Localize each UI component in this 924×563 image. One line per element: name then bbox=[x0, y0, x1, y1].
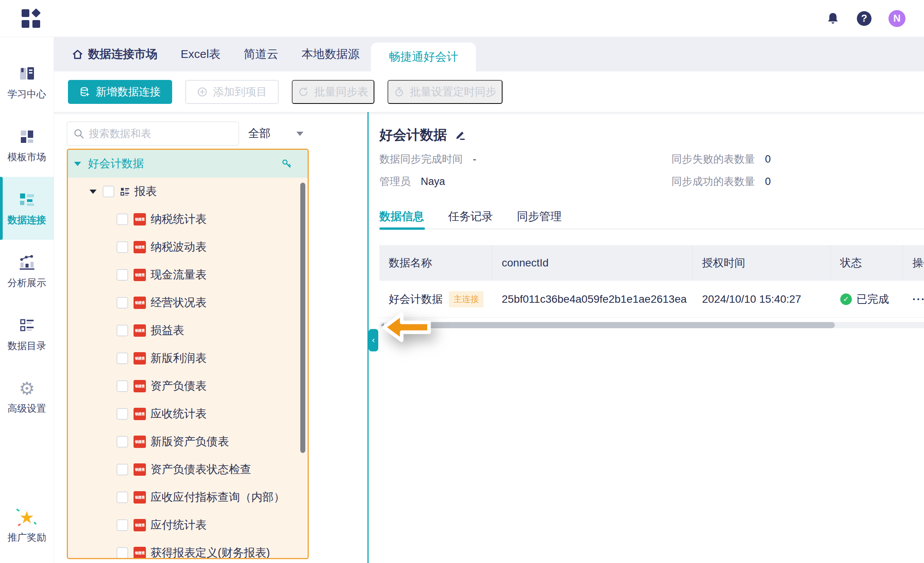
field-label: 管理员 bbox=[379, 175, 411, 188]
tree-item-label[interactable]: 资产负债表状态检查 bbox=[151, 462, 251, 477]
tab-task-records[interactable]: 任务记录 bbox=[448, 209, 493, 224]
auth-key-icon[interactable] bbox=[281, 158, 292, 170]
checkbox[interactable] bbox=[117, 464, 128, 475]
batch-schedule-sync-button[interactable]: 批量设置定时同步 bbox=[388, 80, 503, 104]
tree-item-row[interactable]: 畅捷通 资产负债表 bbox=[68, 372, 308, 400]
sidebar-item-analysis-display[interactable]: 分析展示 bbox=[0, 240, 54, 303]
tree-item-label[interactable]: 损益表 bbox=[151, 323, 184, 338]
collapse-triangle-icon[interactable] bbox=[90, 190, 96, 194]
tree-group-label[interactable]: 报表 bbox=[134, 184, 157, 199]
collapse-triangle-icon[interactable] bbox=[74, 162, 81, 166]
tree-scrollbar-thumb[interactable] bbox=[300, 183, 305, 453]
notification-bell-icon[interactable] bbox=[826, 12, 840, 25]
subtab-divider bbox=[379, 229, 924, 229]
checkbox[interactable] bbox=[117, 325, 128, 336]
cell-connect-id: 25bf011c36be4a059fe2b1e1ae2613ea bbox=[492, 281, 693, 317]
sidebar-item-learning-center[interactable]: 学习中心 bbox=[0, 51, 54, 114]
checkbox[interactable] bbox=[117, 241, 128, 253]
batch-sync-tables-button[interactable]: 批量同步表 bbox=[292, 80, 374, 104]
topbar: ? N bbox=[0, 0, 924, 37]
checkbox[interactable] bbox=[117, 269, 128, 281]
tab-sync-management[interactable]: 同步管理 bbox=[517, 209, 562, 224]
tree-item-row[interactable]: 畅捷通 应付统计表 bbox=[68, 511, 308, 539]
tree-item-row[interactable]: 畅捷通 新版资产负债表 bbox=[68, 428, 308, 456]
collapse-panel-handle[interactable]: ‹ bbox=[369, 329, 378, 351]
avatar[interactable]: N bbox=[888, 10, 905, 27]
tree-item-label[interactable]: 新版资产负债表 bbox=[151, 434, 229, 449]
checkbox[interactable] bbox=[117, 519, 128, 531]
tab-local-datasource[interactable]: 本地数据源 bbox=[290, 37, 371, 71]
column-header: 授权时间 bbox=[693, 245, 831, 281]
chanjet-logo-icon: 畅捷通 bbox=[134, 241, 146, 253]
checkbox[interactable] bbox=[117, 353, 128, 364]
template-grid-icon bbox=[18, 127, 36, 146]
tree-item-label[interactable]: 资产负债表 bbox=[151, 378, 206, 394]
tree-item-label[interactable]: 经营状况表 bbox=[151, 295, 206, 310]
tab-data-info[interactable]: 数据信息 bbox=[379, 209, 424, 224]
table-row[interactable]: 好会计数据 主连接 25bf011c36be4a059fe2b1e1ae2613… bbox=[379, 281, 924, 318]
tree-item-label[interactable]: 纳税波动表 bbox=[151, 239, 206, 255]
checkbox[interactable] bbox=[117, 492, 128, 503]
tab-jiandaoyun[interactable]: 简道云 bbox=[232, 37, 290, 71]
help-icon[interactable]: ? bbox=[857, 11, 872, 26]
sidebar-item-advanced-settings[interactable]: ⚙ 高级设置 bbox=[0, 366, 54, 429]
tab-data-connection-market[interactable]: 数据连接市场 bbox=[60, 37, 169, 71]
sidebar-item-data-catalog[interactable]: 数据目录 bbox=[0, 303, 54, 366]
tab-label: 数据连接市场 bbox=[88, 46, 157, 62]
tree-item-row[interactable]: 畅捷通 纳税波动表 bbox=[68, 233, 308, 261]
checkbox[interactable] bbox=[117, 380, 128, 392]
tree-item-row[interactable]: 畅捷通 经营状况表 bbox=[68, 289, 308, 317]
checkbox[interactable] bbox=[117, 408, 128, 420]
tree-item-row[interactable]: 畅捷通 新版利润表 bbox=[68, 344, 308, 372]
chanjet-logo-icon: 畅捷通 bbox=[134, 269, 146, 281]
report-group-icon bbox=[120, 186, 130, 197]
field-value: 0 bbox=[765, 176, 771, 188]
tree-item-row[interactable]: 畅捷通 获得报表定义(财务报表) bbox=[68, 539, 308, 559]
add-to-project-button[interactable]: 添加到项目 bbox=[185, 80, 279, 104]
scrollbar-thumb[interactable] bbox=[387, 322, 835, 328]
tree-item-row[interactable]: 畅捷通 纳税统计表 bbox=[68, 205, 308, 233]
tree-item-row[interactable]: 畅捷通 应收统计表 bbox=[68, 400, 308, 428]
edit-icon[interactable] bbox=[454, 129, 466, 141]
tree-root-row[interactable]: 好会计数据 bbox=[68, 150, 308, 178]
app-logo-icon[interactable] bbox=[22, 9, 40, 28]
sidebar-item-data-connection[interactable]: 数据连接 bbox=[0, 177, 54, 240]
new-data-connection-button[interactable]: 新增数据连接 bbox=[68, 80, 172, 104]
filter-dropdown[interactable]: 全部 bbox=[239, 126, 309, 141]
tree-item-label[interactable]: 应收统计表 bbox=[151, 406, 206, 422]
chanjet-logo-icon: 畅捷通 bbox=[134, 324, 146, 337]
tree-item-label[interactable]: 获得报表定义(财务报表) bbox=[151, 545, 270, 559]
checkbox[interactable] bbox=[103, 186, 114, 197]
tree-item-row[interactable]: 畅捷通 资产负债表状态检查 bbox=[68, 456, 308, 483]
search-input[interactable] bbox=[67, 122, 239, 146]
sidebar-item-promotion-rewards[interactable]: ★ 推广奖励 bbox=[0, 495, 54, 558]
tree-item-row[interactable]: 畅捷通 损益表 bbox=[68, 317, 308, 344]
catalog-list-icon bbox=[18, 316, 36, 335]
table-header-row: 数据名称 connectId 授权时间 状态 操作 bbox=[379, 245, 924, 281]
checkbox[interactable] bbox=[117, 436, 128, 448]
cell-actions: ··· bbox=[903, 281, 924, 317]
tree-item-row[interactable]: 畅捷通 现金流量表 bbox=[68, 261, 308, 289]
sidebar-item-template-market[interactable]: 模板市场 bbox=[0, 114, 54, 177]
success-check-icon: ✓ bbox=[840, 293, 852, 305]
field-label: 同步成功的表数量 bbox=[672, 175, 755, 188]
checkbox[interactable] bbox=[117, 547, 128, 559]
tree-item-label[interactable]: 应收应付指标查询（内部） bbox=[151, 490, 285, 505]
chanjet-logo-icon: 畅捷通 bbox=[134, 463, 146, 476]
tree-item-label[interactable]: 现金流量表 bbox=[151, 267, 206, 283]
tab-changjietong-haokuaiji[interactable]: 畅捷通好会计 bbox=[371, 42, 476, 71]
checkbox[interactable] bbox=[117, 214, 128, 225]
chanjet-logo-icon: 畅捷通 bbox=[134, 297, 146, 309]
row-more-actions-button[interactable]: ··· bbox=[912, 293, 924, 305]
table-horizontal-scrollbar[interactable] bbox=[379, 322, 924, 328]
tree-item-label[interactable]: 新版利润表 bbox=[151, 351, 206, 366]
tree-item-label[interactable]: 应付统计表 bbox=[151, 517, 206, 533]
tree-group-row[interactable]: 报表 bbox=[68, 178, 308, 205]
checkbox[interactable] bbox=[117, 297, 128, 309]
tab-excel[interactable]: Excel表 bbox=[169, 37, 232, 71]
tree-root-label[interactable]: 好会计数据 bbox=[88, 156, 281, 171]
scroll-left-arrow-icon[interactable] bbox=[381, 323, 384, 327]
tree-item-label[interactable]: 纳税统计表 bbox=[151, 212, 206, 227]
data-tree-panel: 好会计数据 bbox=[67, 149, 309, 559]
tree-item-row[interactable]: 畅捷通 应收应付指标查询（内部） bbox=[68, 483, 308, 511]
